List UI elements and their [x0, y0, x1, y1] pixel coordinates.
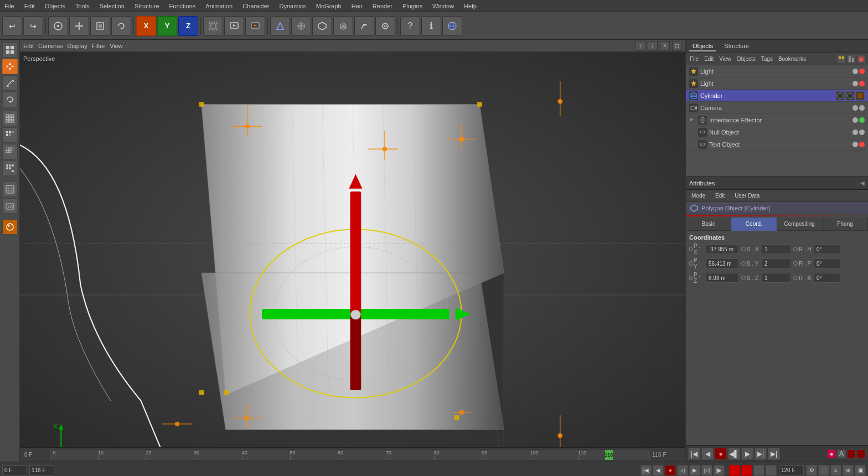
undo-button[interactable]: ↩	[2, 16, 22, 36]
scale-button[interactable]	[90, 16, 110, 36]
obj-menu-file[interactable]: File	[688, 56, 700, 62]
live-select-button[interactable]	[48, 16, 68, 36]
anim-current-frame-input[interactable]	[29, 465, 54, 475]
render-region-button[interactable]	[203, 16, 223, 36]
anim-prev-frame[interactable]: ◀	[701, 448, 714, 460]
coord-input-rh[interactable]	[814, 244, 840, 254]
vp-expand-button[interactable]: ↑	[636, 41, 645, 51]
coord-input-sx[interactable]	[762, 244, 791, 254]
view-persp-button[interactable]	[270, 16, 290, 36]
menu-structure[interactable]: Structure	[132, 3, 162, 9]
menu-character[interactable]: Character	[240, 3, 271, 9]
coord-dot-sx[interactable]	[741, 247, 746, 251]
sidebar-point[interactable]	[2, 161, 18, 176]
anim-auto-key[interactable]: A	[837, 449, 846, 458]
menu-help[interactable]: Help	[462, 3, 479, 9]
menu-hair[interactable]: Hair	[349, 3, 365, 9]
obj-menu-edit[interactable]: Edit	[702, 56, 715, 62]
snap-button[interactable]	[291, 16, 311, 36]
bottom-skip-start[interactable]: |◀	[640, 465, 652, 476]
obj-icon-1[interactable]	[837, 55, 846, 64]
attr-tab-basic[interactable]: Basic	[686, 218, 731, 231]
bottom-gray-1[interactable]	[753, 465, 764, 476]
tab-structure[interactable]: Structure	[721, 42, 752, 51]
menu-objects[interactable]: Objects	[43, 3, 68, 9]
transport-3[interactable]: ≡	[830, 465, 841, 476]
axis-z-button[interactable]: Z	[178, 16, 198, 36]
coord-input-sy[interactable]	[762, 258, 791, 268]
menu-dynamics[interactable]: Dynamics	[277, 3, 308, 9]
sidebar-uv[interactable]: UV	[2, 198, 18, 214]
anim-record-key[interactable]: ●	[827, 449, 836, 458]
obj-item-light-1[interactable]: Light	[686, 65, 868, 77]
sidebar-texture[interactable]	[2, 182, 18, 197]
anim-next-frame[interactable]: ▶|	[755, 448, 767, 460]
spline-button[interactable]	[375, 16, 395, 36]
redo-button[interactable]: ↪	[23, 16, 43, 36]
coord-input-px[interactable]	[706, 244, 739, 254]
cylinder-tag-1[interactable]	[836, 91, 845, 100]
viewport-canvas[interactable]: Perspective	[20, 52, 685, 447]
anim-play-fwd[interactable]: ▶	[741, 448, 753, 460]
menu-animation[interactable]: Animation	[203, 3, 235, 9]
attr-tab-edit[interactable]: Edit	[712, 192, 728, 200]
anim-skip-end[interactable]: ▶|	[768, 448, 780, 460]
menu-mograph[interactable]: MoGraph	[314, 3, 344, 9]
sidebar-edge[interactable]	[2, 144, 18, 159]
transport-5[interactable]: ▣	[855, 465, 866, 476]
help-button[interactable]: ?	[400, 16, 420, 36]
anim-start-frame-input[interactable]	[2, 465, 27, 475]
bottom-play-back[interactable]: ◁	[677, 465, 688, 476]
coord-input-rp[interactable]	[814, 258, 840, 268]
quantize-button[interactable]	[312, 16, 332, 36]
render-view-button[interactable]	[224, 16, 244, 36]
coord-dot-rh[interactable]	[793, 247, 798, 251]
sidebar-polygon[interactable]	[2, 127, 18, 143]
attr-tab-mode[interactable]: Mode	[688, 192, 709, 200]
bottom-prev[interactable]: ◀	[653, 465, 664, 476]
sidebar-toggle-model[interactable]	[2, 42, 18, 58]
coord-dot-py[interactable]	[689, 261, 693, 266]
array-button[interactable]	[333, 16, 353, 36]
vp-menu-cameras[interactable]: Cameras	[38, 43, 63, 49]
obj-menu-view[interactable]: View	[717, 56, 733, 62]
transport-4[interactable]: ⊕	[843, 465, 854, 476]
vp-menu-view[interactable]: View	[110, 43, 123, 49]
menu-functions[interactable]: Functions	[167, 3, 198, 9]
vp-fullscreen-button[interactable]: □	[672, 41, 682, 51]
coord-input-pz[interactable]	[706, 273, 739, 283]
anim-skip-start[interactable]: |◀	[688, 448, 700, 460]
obj-icon-red[interactable]: ×	[857, 55, 866, 64]
transport-2[interactable]: 🎵	[818, 465, 829, 476]
coord-dot-rb[interactable]	[793, 276, 798, 280]
obj-icon-2[interactable]	[847, 55, 856, 64]
axis-y-button[interactable]: Y	[157, 16, 177, 36]
cylinder-tag-2[interactable]	[846, 91, 855, 100]
attr-tab-compositing[interactable]: Compositing	[777, 218, 823, 231]
obj-item-null[interactable]: L0 Null Object	[686, 126, 868, 138]
bottom-play-fwd[interactable]: ▶	[689, 465, 700, 476]
world-button[interactable]	[442, 16, 462, 36]
coord-input-py[interactable]	[706, 258, 739, 268]
tab-objects[interactable]: Objects	[689, 42, 716, 51]
sidebar-grid[interactable]	[2, 111, 18, 126]
attr-tab-coord[interactable]: Coord.	[731, 218, 777, 231]
obj-item-inheritance[interactable]: Inheritance Effector	[686, 114, 868, 126]
timeline-ruler[interactable]: 0 10 20 30 40 50 60 70 80 90 1	[50, 450, 650, 460]
anim-red-1[interactable]	[847, 449, 856, 458]
axis-x-button[interactable]: X	[136, 16, 156, 36]
coord-dot-pz[interactable]	[689, 276, 693, 280]
bottom-red-2[interactable]	[741, 465, 752, 476]
vp-options-button[interactable]: ↓	[648, 41, 658, 51]
anim-play-back[interactable]: ◀▌	[728, 448, 740, 460]
menu-window[interactable]: Window	[430, 3, 456, 9]
render-active-button[interactable]	[245, 16, 265, 36]
vp-menu-display[interactable]: Display	[68, 43, 87, 49]
rotate-button[interactable]	[111, 16, 131, 36]
sidebar-rotate-tool[interactable]	[2, 92, 18, 107]
coord-dot-sy[interactable]	[741, 261, 746, 266]
bottom-skip-end[interactable]: |▶	[714, 465, 725, 476]
bottom-red-1[interactable]	[729, 465, 740, 476]
menu-selection[interactable]: Selection	[97, 3, 127, 9]
coord-dot-rp[interactable]	[793, 261, 798, 266]
